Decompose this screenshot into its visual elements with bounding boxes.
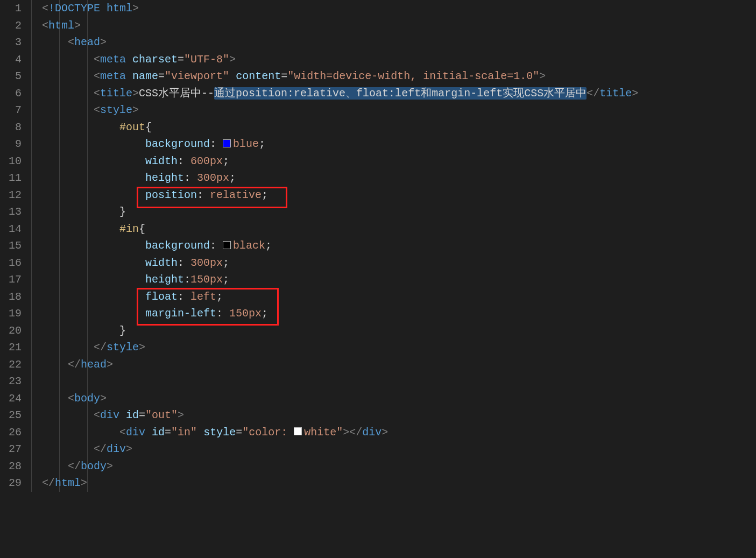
code-line[interactable]: <body> [42, 390, 756, 407]
line-number: 13 [0, 203, 22, 221]
line-number: 19 [0, 305, 22, 322]
code-editor[interactable]: 1 2 3 4 5 6 7 8 9 10 11 12 13 14 15 16 1… [0, 0, 756, 492]
line-number: 27 [0, 441, 22, 458]
code-line[interactable]: </div> [42, 441, 756, 458]
code-line[interactable]: width: 600px; [42, 153, 756, 170]
code-line[interactable]: </head> [42, 356, 756, 373]
code-line[interactable]: <html> [42, 17, 756, 34]
line-number: 20 [0, 322, 22, 340]
line-number: 26 [0, 424, 22, 441]
line-number: 9 [0, 136, 22, 153]
line-number: 24 [0, 390, 22, 407]
line-number: 5 [0, 68, 22, 85]
code-line[interactable]: <meta charset="UTF-8"> [42, 51, 756, 68]
line-number: 18 [0, 288, 22, 306]
line-number: 8 [0, 119, 22, 136]
line-number-gutter: 1 2 3 4 5 6 7 8 9 10 11 12 13 14 15 16 1… [0, 0, 31, 492]
line-number: 6 [0, 85, 22, 102]
color-swatch-white-icon [294, 427, 302, 435]
line-number: 12 [0, 187, 22, 204]
code-line[interactable]: height: 300px; [42, 169, 756, 187]
line-number: 7 [0, 102, 22, 119]
code-line[interactable]: width: 300px; [42, 255, 756, 272]
line-number: 14 [0, 221, 22, 238]
indent-guide [31, 0, 32, 492]
line-number: 15 [0, 237, 22, 255]
line-number: 1 [0, 0, 22, 17]
code-line[interactable]: <head> [42, 34, 756, 51]
code-line[interactable]: margin-left: 150px; [42, 305, 756, 322]
code-line[interactable]: #in{ [42, 221, 756, 238]
text-selection: 通过position:relative、float:left和margin-le… [214, 87, 587, 100]
line-number: 25 [0, 407, 22, 424]
code-line[interactable]: <div id="out"> [42, 407, 756, 424]
line-number: 3 [0, 34, 22, 51]
code-line[interactable]: height:150px; [42, 271, 756, 288]
line-number: 2 [0, 17, 22, 34]
code-content[interactable]: <!DOCTYPE html> <html> <head> <meta char… [31, 0, 756, 492]
code-line[interactable]: position: relative; [42, 187, 756, 204]
line-number: 22 [0, 356, 22, 373]
code-line[interactable]: } [42, 203, 756, 221]
code-line[interactable] [42, 373, 756, 390]
line-number: 23 [0, 373, 22, 390]
code-line[interactable]: </style> [42, 339, 756, 356]
line-number: 11 [0, 169, 22, 187]
line-number: 21 [0, 339, 22, 356]
line-number: 16 [0, 255, 22, 272]
code-line[interactable]: <!DOCTYPE html> [42, 0, 756, 17]
code-line[interactable]: <style> [42, 102, 756, 119]
code-line[interactable]: <div id="in" style="color: white"></div> [42, 424, 756, 441]
code-line[interactable]: background: blue; [42, 136, 756, 153]
code-line[interactable]: <title>CSS水平居中--通过position:relative、floa… [42, 85, 756, 102]
code-line[interactable]: background: black; [42, 237, 756, 255]
code-line[interactable]: <meta name="viewport" content="width=dev… [42, 68, 756, 85]
code-line[interactable]: </body> [42, 458, 756, 475]
line-number: 10 [0, 153, 22, 170]
line-number: 17 [0, 271, 22, 288]
line-number: 4 [0, 51, 22, 68]
code-line[interactable]: } [42, 322, 756, 340]
color-swatch-blue-icon [223, 139, 231, 147]
code-line[interactable]: float: left; [42, 288, 756, 306]
line-number: 28 [0, 458, 22, 475]
code-line[interactable]: </html> [42, 475, 756, 492]
color-swatch-black-icon [223, 241, 231, 249]
line-number: 29 [0, 475, 22, 492]
code-line[interactable]: #out{ [42, 119, 756, 136]
